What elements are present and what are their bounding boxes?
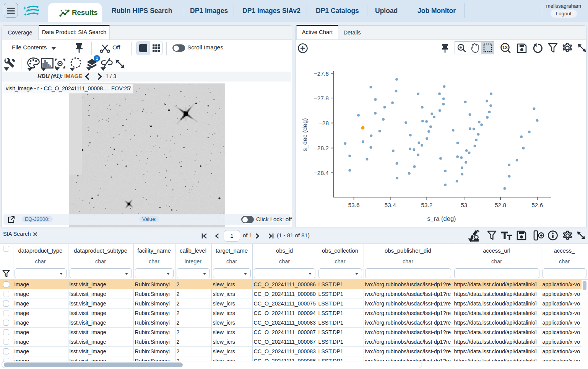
svg-text:−28: −28	[319, 120, 329, 126]
svg-text:s_dec (deg): s_dec (deg)	[301, 118, 309, 151]
svg-text:−27.6: −27.6	[314, 70, 329, 77]
svg-text:−27.8: −27.8	[314, 95, 329, 101]
svg-text:s_ra (deg): s_ra (deg)	[427, 215, 456, 222]
svg-text:−28.4: −28.4	[314, 170, 329, 176]
svg-text:52.6: 52.6	[531, 202, 543, 208]
svg-text:52.8: 52.8	[495, 202, 506, 208]
svg-text:53.2: 53.2	[421, 202, 432, 208]
svg-text:53: 53	[461, 202, 467, 208]
svg-text:−28.2: −28.2	[314, 145, 329, 151]
svg-text:53.4: 53.4	[385, 202, 396, 208]
svg-text:53.6: 53.6	[348, 202, 360, 208]
